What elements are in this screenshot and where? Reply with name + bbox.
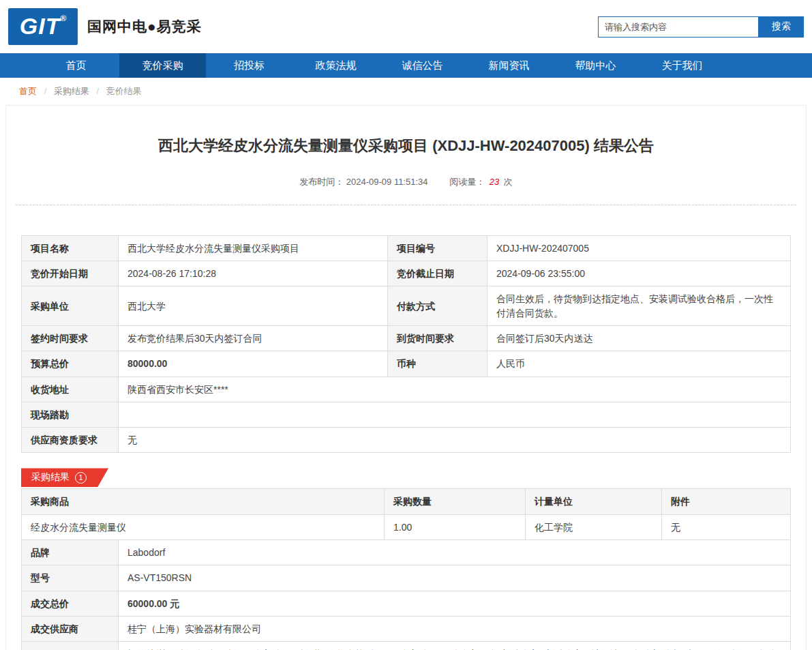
table-row: 型号 AS-VT150RSN bbox=[22, 565, 791, 591]
info-value-payment: 合同生效后，待货物到达指定地点、安装调试验收合格后，一次性付清合同货款。 bbox=[487, 286, 791, 326]
breadcrumb-home[interactable]: 首页 bbox=[19, 86, 37, 96]
table-row: 签约时间要求 发布竞价结果后30天内签订合同 到货时间要求 合同签订后30天内送… bbox=[22, 325, 791, 351]
table-row: 收货地址 陕西省西安市长安区**** bbox=[22, 376, 791, 402]
info-value-currency: 人民币 bbox=[487, 351, 791, 376]
views-label: 阅读量： bbox=[449, 177, 485, 187]
table-row: 竞价开始日期 2024-08-26 17:10:28 竞价截止日期 2024-0… bbox=[22, 261, 791, 286]
info-label-budget: 预算总价 bbox=[22, 351, 119, 376]
result-value-product: 经皮水分流失量测量仪 bbox=[22, 514, 385, 540]
purchase-result-badge-label: 采购结果 bbox=[31, 471, 70, 484]
result-label-warranty: 质保及售后服务 bbox=[22, 642, 119, 650]
purchase-result-table: 采购商品 采购数量 计量单位 附件 经皮水分流失量测量仪 1.00 化工学院 无… bbox=[21, 488, 791, 650]
info-value-bid-start: 2024-08-26 17:10:28 bbox=[119, 261, 388, 286]
info-label-currency: 币种 bbox=[388, 351, 487, 376]
info-value-bid-end: 2024-09-06 23:55:00 bbox=[487, 261, 791, 286]
views-unit: 次 bbox=[504, 177, 513, 187]
page-title: 西北大学经皮水分流失量测量仪采购项目 (XDJJ-HW-202407005) 结… bbox=[6, 106, 806, 157]
info-label-purchaser: 采购单位 bbox=[22, 286, 119, 326]
table-row: 预算总价 80000.00 币种 人民币 bbox=[22, 351, 791, 376]
info-value-address: 陕西省西安市长安区**** bbox=[119, 376, 791, 402]
info-value-delivery-time: 合同签订后30天内送达 bbox=[487, 325, 791, 351]
result-value-brand: Labodorf bbox=[119, 540, 791, 565]
info-label-delivery-time: 到货时间要求 bbox=[388, 325, 487, 351]
table-row: 成交供应商 桂宁（上海）实验器材有限公司 bbox=[22, 616, 791, 641]
table-row: 经皮水分流失量测量仪 1.00 化工学院 无 bbox=[22, 514, 791, 540]
info-label-site-visit: 现场踏勘 bbox=[22, 402, 119, 427]
table-row: 项目名称 西北大学经皮水分流失量测量仪采购项目 项目编号 XDJJ-HW-202… bbox=[22, 235, 791, 261]
logo-text: GIT bbox=[20, 12, 61, 40]
info-value-purchaser: 西北大学 bbox=[119, 286, 388, 326]
search-bar: 搜索 bbox=[598, 16, 804, 38]
table-row: 采购单位 西北大学 付款方式 合同生效后，待货物到达指定地点、安装调试验收合格后… bbox=[22, 286, 791, 326]
info-label-project-name: 项目名称 bbox=[22, 235, 119, 261]
info-label-project-no: 项目编号 bbox=[388, 235, 487, 261]
result-value-total-price: 60000.00 元 bbox=[119, 591, 791, 616]
purchase-result-count-badge: 1 bbox=[75, 472, 87, 484]
breadcrumb-separator: / bbox=[97, 86, 100, 96]
info-label-address: 收货地址 bbox=[22, 376, 119, 402]
result-value-quantity: 1.00 bbox=[385, 514, 526, 540]
breadcrumb-separator: / bbox=[44, 86, 47, 96]
result-label-total-price: 成交总价 bbox=[22, 591, 119, 616]
result-label-model: 型号 bbox=[22, 565, 119, 591]
nav-item-policies[interactable]: 政策法规 bbox=[292, 53, 379, 78]
info-value-sign-time: 发布竞价结果后30天内签订合同 bbox=[119, 325, 388, 351]
logo-registered-mark: ® bbox=[60, 14, 66, 23]
project-info-table: 项目名称 西北大学经皮水分流失量测量仪采购项目 项目编号 XDJJ-HW-202… bbox=[21, 235, 791, 454]
site-header: GIT ® 国网中电●易竞采 搜索 bbox=[0, 0, 812, 53]
info-label-payment: 付款方式 bbox=[388, 286, 487, 326]
result-header-quantity: 采购数量 bbox=[385, 489, 526, 514]
info-label-sign-time: 签约时间要求 bbox=[22, 325, 119, 351]
result-value-model: AS-VT150RSN bbox=[119, 565, 791, 591]
info-value-project-name: 西北大学经皮水分流失量测量仪采购项目 bbox=[119, 235, 388, 261]
info-value-budget: 80000.00 bbox=[119, 351, 388, 376]
breadcrumb-purchase-results[interactable]: 采购结果 bbox=[54, 86, 89, 96]
nav-item-tenders[interactable]: 招投标 bbox=[206, 53, 292, 78]
result-header-product: 采购商品 bbox=[22, 489, 385, 514]
publish-time-label: 发布时间： bbox=[299, 177, 344, 187]
table-row: 品牌 Labodorf bbox=[22, 540, 791, 565]
purchase-result-badge: 采购结果 1 bbox=[21, 468, 108, 487]
nav-item-home[interactable]: 首页 bbox=[33, 53, 119, 78]
table-row: 现场踏勘 bbox=[22, 402, 791, 427]
table-row: 供应商资质要求 无 bbox=[22, 428, 791, 453]
views-count: 23 bbox=[490, 177, 499, 187]
search-input[interactable] bbox=[598, 16, 759, 38]
publish-time-value: 2024-09-09 11:51:34 bbox=[346, 177, 428, 187]
main-nav: 首页 竞价采购 招投标 政策法规 诚信公告 新闻资讯 帮助中心 关于我们 bbox=[0, 53, 812, 78]
search-button[interactable]: 搜索 bbox=[759, 16, 804, 38]
nav-item-help-center[interactable]: 帮助中心 bbox=[552, 53, 639, 78]
table-row: 质保及售后服务 操作培训及质保售后。质保及响应时效: 质保期:验收合格后1年。响… bbox=[22, 642, 791, 650]
breadcrumb-current: 竞价结果 bbox=[106, 86, 142, 96]
nav-item-integrity-notices[interactable]: 诚信公告 bbox=[379, 53, 466, 78]
site-logo[interactable]: GIT ® bbox=[8, 8, 78, 45]
info-value-qualification: 无 bbox=[119, 428, 791, 453]
nav-item-bidding-purchase[interactable]: 竞价采购 bbox=[119, 53, 206, 78]
table-header-row: 采购商品 采购数量 计量单位 附件 bbox=[22, 489, 791, 514]
result-value-attachment: 无 bbox=[662, 514, 791, 540]
result-value-supplier: 桂宁（上海）实验器材有限公司 bbox=[119, 616, 791, 641]
info-value-project-no: XDJJ-HW-202407005 bbox=[487, 235, 791, 261]
info-value-site-visit bbox=[119, 402, 791, 427]
result-value-warranty: 操作培训及质保售后。质保及响应时效: 质保期:验收合格后1年。响应时效:即时响应… bbox=[119, 642, 791, 650]
article-meta: 发布时间： 2024-09-09 11:51:34 阅读量： 23 次 bbox=[6, 157, 806, 188]
site-title: 国网中电●易竞采 bbox=[87, 17, 202, 36]
announcement-card: 西北大学经皮水分流失量测量仪采购项目 (XDJJ-HW-202407005) 结… bbox=[5, 105, 807, 650]
info-label-qualification: 供应商资质要求 bbox=[22, 428, 119, 453]
breadcrumb: 首页 / 采购结果 / 竞价结果 bbox=[0, 78, 812, 103]
result-value-unit: 化工学院 bbox=[526, 514, 662, 540]
table-row: 成交总价 60000.00 元 bbox=[22, 591, 791, 616]
result-label-brand: 品牌 bbox=[22, 540, 119, 565]
result-header-unit: 计量单位 bbox=[526, 489, 662, 514]
result-label-supplier: 成交供应商 bbox=[22, 616, 119, 641]
nav-item-news[interactable]: 新闻资讯 bbox=[466, 53, 552, 78]
nav-item-about-us[interactable]: 关于我们 bbox=[639, 53, 725, 78]
info-label-bid-end: 竞价截止日期 bbox=[388, 261, 487, 286]
info-label-bid-start: 竞价开始日期 bbox=[22, 261, 119, 286]
result-header-attachment: 附件 bbox=[662, 489, 791, 514]
